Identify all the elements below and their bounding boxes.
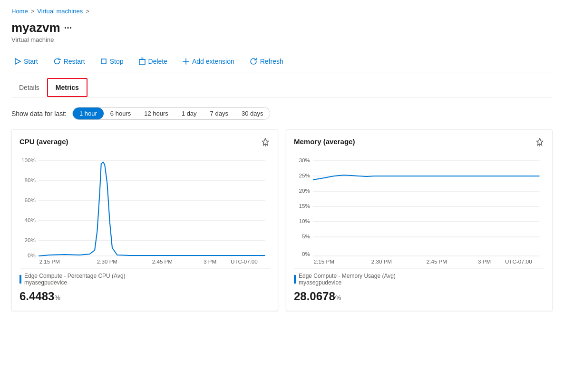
memory-chart-header: Memory (average) bbox=[294, 137, 545, 149]
cpu-legend-name: Edge Compute - Percentage CPU (Avg) bbox=[24, 273, 126, 279]
stop-icon bbox=[100, 58, 107, 65]
memory-chart-title: Memory (average) bbox=[294, 137, 355, 146]
delete-button[interactable]: Delete bbox=[136, 56, 170, 67]
delete-icon bbox=[139, 58, 146, 65]
stop-button[interactable]: Stop bbox=[97, 56, 126, 67]
svg-text:5%: 5% bbox=[302, 234, 310, 239]
breadcrumb-sep2: > bbox=[86, 8, 89, 15]
breadcrumb-sep1: > bbox=[31, 8, 35, 15]
breadcrumb-home[interactable]: Home bbox=[11, 8, 28, 15]
add-extension-button[interactable]: Add extension bbox=[180, 56, 237, 67]
svg-text:3 PM: 3 PM bbox=[478, 259, 491, 265]
svg-marker-0 bbox=[15, 59, 20, 64]
svg-text:2:45 PM: 2:45 PM bbox=[427, 259, 447, 265]
cpu-chart-footer: Edge Compute - Percentage CPU (Avg) myas… bbox=[19, 268, 270, 303]
cpu-pin-icon[interactable] bbox=[261, 137, 270, 149]
cpu-chart-title: CPU (average) bbox=[19, 137, 68, 146]
svg-rect-1 bbox=[101, 59, 106, 64]
memory-legend-device: myasegpudevice bbox=[299, 279, 396, 286]
tabs-bar: Details Metrics bbox=[11, 78, 553, 98]
time-opt-1day[interactable]: 1 day bbox=[175, 108, 204, 119]
vm-title-row: myazvm ··· bbox=[11, 20, 553, 35]
svg-text:10%: 10% bbox=[299, 218, 310, 224]
memory-metric-unit: % bbox=[335, 294, 341, 302]
memory-chart-card: Memory (average) 30% 25% 20% 15% 10% 5% … bbox=[286, 129, 553, 311]
svg-text:3 PM: 3 PM bbox=[204, 259, 216, 265]
svg-text:2:30 PM: 2:30 PM bbox=[371, 259, 392, 265]
start-icon bbox=[14, 58, 21, 65]
memory-legend-item: Edge Compute - Memory Usage (Avg) myaseg… bbox=[294, 273, 545, 286]
memory-chart-area: 30% 25% 20% 15% 10% 5% 0% 2:15 bbox=[294, 155, 545, 265]
svg-text:100%: 100% bbox=[21, 157, 36, 163]
svg-text:60%: 60% bbox=[25, 197, 36, 203]
svg-text:40%: 40% bbox=[25, 217, 36, 223]
time-opt-12hours[interactable]: 12 hours bbox=[137, 108, 175, 119]
cpu-metric-value: 6.4483% bbox=[19, 290, 270, 303]
time-filter-label: Show data for last: bbox=[11, 110, 67, 118]
time-opt-7days[interactable]: 7 days bbox=[204, 108, 235, 119]
svg-text:80%: 80% bbox=[25, 177, 36, 183]
cpu-legend-item: Edge Compute - Percentage CPU (Avg) myas… bbox=[19, 273, 270, 286]
svg-text:25%: 25% bbox=[299, 173, 310, 178]
svg-text:2:45 PM: 2:45 PM bbox=[152, 259, 173, 265]
svg-text:UTC-07:00: UTC-07:00 bbox=[231, 259, 258, 265]
cpu-chart-card: CPU (average) 100% 80% 60% 40% 20% 0% bbox=[11, 129, 278, 311]
svg-text:20%: 20% bbox=[25, 237, 36, 243]
cpu-legend-bar bbox=[19, 275, 21, 284]
time-opt-1hour[interactable]: 1 hour bbox=[73, 108, 104, 119]
time-opt-6hours[interactable]: 6 hours bbox=[104, 108, 137, 119]
time-options-group: 1 hour 6 hours 12 hours 1 day 7 days 30 … bbox=[72, 107, 271, 120]
memory-chart-footer: Edge Compute - Memory Usage (Avg) myaseg… bbox=[294, 268, 545, 303]
vm-name: myazvm bbox=[11, 20, 60, 35]
cpu-legend-text: Edge Compute - Percentage CPU (Avg) myas… bbox=[24, 273, 126, 286]
time-filter-row: Show data for last: 1 hour 6 hours 12 ho… bbox=[11, 107, 553, 120]
cpu-chart-area: 100% 80% 60% 40% 20% 0% 2:15 PM 2:30 PM bbox=[19, 155, 270, 265]
svg-text:15%: 15% bbox=[299, 203, 310, 209]
vm-menu-ellipsis[interactable]: ··· bbox=[64, 22, 72, 33]
svg-text:0%: 0% bbox=[302, 251, 310, 257]
breadcrumb: Home > Virtual machines > bbox=[11, 8, 553, 15]
svg-text:2:15 PM: 2:15 PM bbox=[314, 259, 334, 265]
tab-metrics[interactable]: Metrics bbox=[47, 78, 88, 97]
cpu-legend-device: myasegpudevice bbox=[24, 279, 126, 286]
svg-text:20%: 20% bbox=[299, 188, 310, 194]
restart-icon bbox=[53, 58, 61, 65]
cpu-chart-header: CPU (average) bbox=[19, 137, 270, 149]
svg-text:2:15 PM: 2:15 PM bbox=[39, 259, 60, 265]
tab-details[interactable]: Details bbox=[11, 78, 47, 97]
toolbar: Start Restart Stop Delete Add extension … bbox=[11, 51, 553, 72]
add-icon bbox=[183, 58, 189, 65]
start-button[interactable]: Start bbox=[11, 56, 41, 67]
refresh-button[interactable]: Refresh bbox=[247, 56, 286, 67]
cpu-chart-svg: 100% 80% 60% 40% 20% 0% 2:15 PM 2:30 PM bbox=[19, 155, 270, 265]
time-opt-30days[interactable]: 30 days bbox=[235, 108, 270, 119]
charts-row: CPU (average) 100% 80% 60% 40% 20% 0% bbox=[11, 129, 553, 311]
vm-subtitle: Virtual machine bbox=[11, 36, 553, 43]
restart-button[interactable]: Restart bbox=[50, 56, 88, 67]
memory-pin-icon[interactable] bbox=[535, 137, 545, 149]
breadcrumb-vms[interactable]: Virtual machines bbox=[37, 8, 83, 15]
svg-text:0%: 0% bbox=[28, 253, 36, 258]
svg-text:2:30 PM: 2:30 PM bbox=[97, 259, 117, 265]
refresh-icon bbox=[250, 58, 257, 65]
memory-legend-bar bbox=[294, 275, 296, 284]
memory-chart-svg: 30% 25% 20% 15% 10% 5% 0% 2:15 bbox=[294, 155, 545, 265]
svg-rect-2 bbox=[139, 59, 145, 65]
page: Home > Virtual machines > myazvm ··· Vir… bbox=[0, 0, 564, 392]
svg-text:30%: 30% bbox=[299, 157, 310, 163]
svg-text:UTC-07:00: UTC-07:00 bbox=[505, 259, 532, 265]
memory-legend-name: Edge Compute - Memory Usage (Avg) bbox=[299, 273, 396, 279]
cpu-metric-unit: % bbox=[54, 294, 60, 302]
memory-metric-value: 28.0678% bbox=[294, 290, 545, 303]
memory-legend-text: Edge Compute - Memory Usage (Avg) myaseg… bbox=[299, 273, 396, 286]
